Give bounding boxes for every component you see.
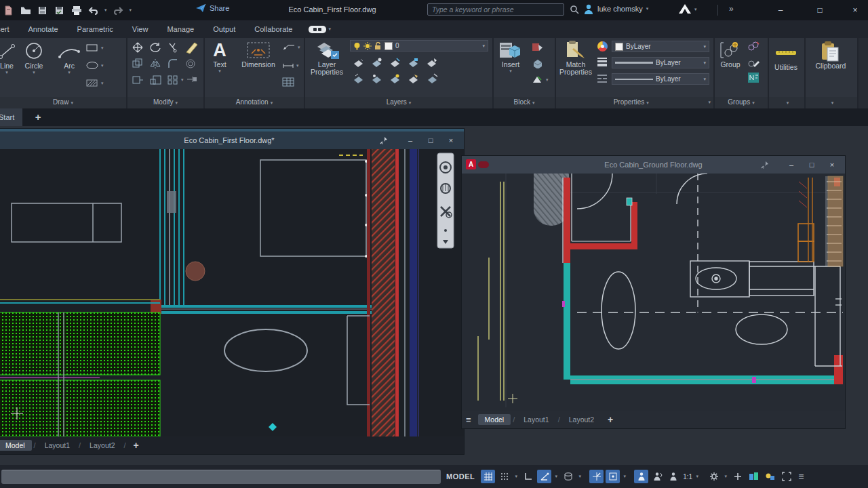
measure-button[interactable]: Utilities	[770, 42, 802, 71]
lineweight-dropdown[interactable]: ByLayer ▾	[612, 57, 709, 68]
dim-style-tool[interactable]: ▾	[282, 61, 299, 70]
search-icon[interactable]	[570, 5, 580, 15]
window1-maximize-button[interactable]: □	[420, 136, 441, 144]
layer-prev-tool[interactable]	[353, 73, 364, 83]
array-tool[interactable]: ▾	[167, 75, 184, 85]
insert-block-button[interactable]: Insert ▾	[495, 39, 526, 74]
group-button[interactable]: Group	[716, 39, 745, 68]
window2-minimize-button[interactable]: –	[781, 161, 802, 169]
panel-label-layers[interactable]: Layers▾	[305, 97, 492, 108]
snap-caret-icon[interactable]: ▾	[513, 474, 519, 479]
window2-layout-menu-icon[interactable]: ≡	[466, 415, 471, 425]
object-snap-tracking-toggle[interactable]	[589, 470, 604, 483]
graphics-performance-toggle[interactable]	[747, 470, 761, 483]
drawing-window-ground-floor[interactable]: A Eco Cabin_Ground Floor.dwg – □ ×	[462, 156, 845, 428]
workspace-caret-icon[interactable]: ▾	[723, 474, 728, 479]
object-snap-toggle[interactable]	[606, 470, 620, 483]
layer-properties-button[interactable]: Layer Properties	[307, 39, 347, 76]
app-restore-button[interactable]: □	[808, 0, 831, 20]
window1-title-bar[interactable]: Eco Cabin_First Floor.dwg* – □ ×	[0, 131, 464, 149]
panel-label-modify[interactable]: Modify▾	[127, 97, 203, 108]
panel-label-utilities[interactable]: ▾	[769, 97, 804, 108]
window2-tab-layout1[interactable]: Layout1	[517, 414, 555, 425]
block-editor-tool[interactable]: ▾	[532, 75, 549, 85]
window2-maximize-button[interactable]: □	[802, 161, 822, 169]
layer-lock-tool[interactable]	[408, 57, 419, 67]
panel-label-draw[interactable]: Draw▾	[0, 97, 126, 108]
move-tool[interactable]	[132, 42, 144, 53]
window2-tab-layout2[interactable]: Layout2	[562, 414, 601, 425]
ribbon-tab-manage[interactable]: Manage	[157, 20, 203, 38]
layer-dropdown-caret-icon[interactable]: ▾	[482, 43, 485, 49]
window2-title-bar[interactable]: A Eco Cabin_Ground Floor.dwg – □ ×	[462, 156, 845, 174]
grid-toggle[interactable]	[481, 470, 495, 483]
isodraft-toggle[interactable]	[561, 470, 575, 483]
trim-tool[interactable]	[167, 42, 179, 53]
model-space-label[interactable]: MODEL	[446, 472, 475, 481]
layer-freeze-tool[interactable]	[389, 57, 401, 67]
new-drawing-icon[interactable]	[3, 5, 14, 16]
panel-label-block[interactable]: Block▾	[494, 97, 555, 108]
window1-tab-layout1[interactable]: Layout1	[38, 440, 77, 451]
layer-walk-tool[interactable]	[427, 73, 439, 83]
match-properties-button[interactable]: Match Properties	[557, 39, 594, 76]
undo-caret-icon[interactable]: ▾	[104, 7, 107, 13]
share-button[interactable]: Share	[195, 3, 229, 13]
navigation-bar[interactable]	[437, 153, 454, 248]
isodraft-caret-icon[interactable]: ▾	[577, 474, 583, 479]
dimension-button[interactable]: Dimension	[236, 39, 281, 68]
app-minimize-button[interactable]: –	[769, 0, 792, 20]
erase-tool[interactable]	[184, 41, 199, 54]
drawing-canvas-first-floor[interactable]	[0, 149, 464, 436]
isolate-objects-toggle[interactable]	[763, 470, 777, 483]
edit-attributes-tool[interactable]	[532, 42, 544, 52]
autodesk-menu[interactable]: ▾	[678, 3, 697, 15]
selected-shelf-strip[interactable]	[825, 176, 843, 266]
ribbon-tab-view[interactable]: View	[123, 20, 158, 38]
leader-tool[interactable]: ▾	[282, 43, 300, 52]
ellipse-tool[interactable]: ▾	[85, 61, 104, 70]
window1-new-layout-button[interactable]: +	[134, 440, 139, 451]
hatch-tool[interactable]: ▾	[85, 79, 104, 87]
app-close-button[interactable]: ×	[844, 0, 867, 20]
linetype-dropdown[interactable]: ByLayer ▾	[612, 73, 709, 85]
command-line-bar[interactable]	[1, 470, 441, 484]
polar-tracking-toggle[interactable]	[537, 470, 551, 483]
file-tab-start[interactable]: Start	[0, 108, 22, 126]
snap-toggle[interactable]	[497, 470, 511, 483]
offset-tool[interactable]	[184, 58, 197, 69]
ungroup-tool[interactable]	[747, 41, 760, 52]
annotation-scale-value[interactable]: 1:1	[683, 473, 692, 481]
annotation-autoscale-toggle[interactable]	[650, 470, 665, 483]
save-icon[interactable]	[37, 5, 48, 16]
create-block-tool[interactable]	[532, 58, 544, 68]
scale-tool[interactable]	[149, 75, 161, 85]
explode-tool[interactable]	[186, 75, 198, 84]
ribbon-collapse-button[interactable]	[309, 26, 326, 33]
layer-isolate-tool[interactable]	[371, 57, 382, 67]
annotation-monitor-toggle[interactable]	[730, 470, 745, 483]
customization-menu-icon[interactable]: ≡	[798, 471, 804, 482]
workspace-switching-gear[interactable]	[707, 470, 721, 483]
layer-unisolate-tool[interactable]	[371, 73, 382, 83]
redo-icon[interactable]	[113, 5, 124, 16]
text-button[interactable]: A Text ▾	[206, 39, 233, 74]
object-color-dropdown[interactable]: ByLayer ▾	[612, 41, 709, 52]
mirror-tool[interactable]	[149, 58, 161, 69]
ribbon-collapse-caret-icon[interactable]: ▾	[328, 26, 331, 32]
ribbon-tab-parametric[interactable]: Parametric	[68, 20, 123, 38]
search-input[interactable]: Type a keyword or phrase	[427, 3, 564, 16]
titlebar-chevrons-icon[interactable]: »	[729, 4, 734, 14]
undo-icon[interactable]	[87, 5, 99, 16]
annotation-scale-icon[interactable]	[667, 470, 681, 483]
group-selection-toggle[interactable]	[747, 72, 760, 83]
panel-label-annotation[interactable]: Annotation▾	[205, 97, 304, 108]
rectangle-tool[interactable]: ▾	[85, 43, 104, 52]
layer-copy-to-layer-tool[interactable]	[408, 73, 420, 83]
rotate-tool[interactable]	[149, 42, 161, 53]
annotation-visibility-toggle[interactable]	[634, 470, 648, 483]
save-as-icon[interactable]	[54, 5, 65, 16]
copy-tool[interactable]	[132, 58, 144, 69]
plot-icon[interactable]	[71, 5, 82, 16]
panel-label-properties[interactable]: Properties▾▾	[556, 97, 713, 108]
